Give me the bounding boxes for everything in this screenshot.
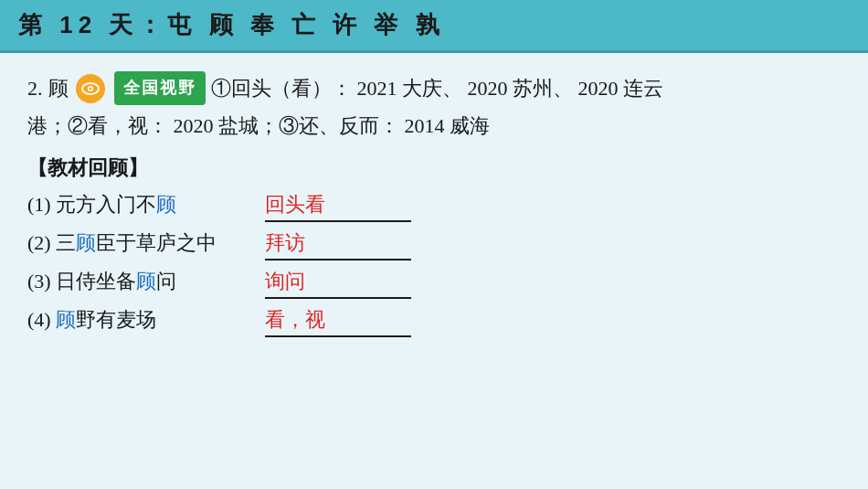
line1-cities: 2021 大庆、 2020 苏州、 2020 连云 — [357, 71, 664, 105]
ex1-prefix: 元方入门不 — [56, 193, 156, 216]
exercise-answer-1: 回头看 — [265, 191, 411, 222]
ex2-number: (2) — [27, 231, 56, 254]
exercise-question-3: (3) 日侍坐备顾问 — [27, 268, 265, 295]
ex1-number: (1) — [27, 193, 56, 216]
exercise-item-1: (1) 元方入门不顾 回头看 — [27, 191, 841, 222]
exercise-question-2: (2) 三顾臣于草庐之中 — [27, 229, 265, 257]
section-header: 【教材回顾】 — [27, 154, 841, 182]
question-char: 顾 — [48, 71, 69, 105]
exercise-item-3: (3) 日侍坐备顾问 询问 — [27, 268, 841, 299]
ex3-number: (3) — [27, 270, 56, 292]
exercise-answer-2: 拜访 — [265, 229, 411, 260]
question-line-1: 2. 顾 全国视野 ①回头（看）： 2021 大庆、 2020 苏州、 2020… — [27, 71, 841, 105]
ex4-number: (4) — [27, 308, 56, 331]
ex4-suffix: 野有麦场 — [76, 308, 156, 331]
ex2-char: 顾 — [76, 231, 96, 254]
exercise-item-2: (2) 三顾臣于草庐之中 拜访 — [27, 229, 841, 260]
eye-icon — [76, 74, 105, 103]
exercise-list: (1) 元方入门不顾 回头看 (2) 三顾臣于草庐之中 拜访 (3) 日侍坐备顾… — [27, 191, 841, 337]
question-number: 2. — [27, 71, 43, 105]
ex1-char: 顾 — [156, 193, 176, 216]
national-badge: 全国视野 — [114, 71, 206, 105]
svg-point-2 — [89, 87, 91, 90]
ex2-suffix: 臣于草庐之中 — [96, 231, 217, 254]
page-title: 第 12 天：屯 顾 奉 亡 许 举 孰 — [18, 9, 445, 41]
title-bar: 第 12 天：屯 顾 奉 亡 许 举 孰 — [0, 0, 868, 53]
ex3-prefix: 日侍坐备 — [56, 270, 136, 292]
content-area: 2. 顾 全国视野 ①回头（看）： 2021 大庆、 2020 苏州、 2020… — [0, 53, 868, 363]
ex4-char: 顾 — [56, 308, 76, 331]
line1-part1: ①回头（看）： — [211, 71, 352, 105]
exercise-answer-4: 看，视 — [265, 306, 411, 337]
page-container: 第 12 天：屯 顾 奉 亡 许 举 孰 2. 顾 全国视野 ①回头（看）： 2… — [0, 0, 868, 489]
ex3-suffix: 问 — [156, 270, 176, 292]
question-line-2: 港；②看，视： 2020 盐城；③还、反而： 2014 威海 — [27, 109, 841, 143]
ex3-char: 顾 — [136, 270, 156, 292]
exercise-item-4: (4) 顾野有麦场 看，视 — [27, 306, 841, 337]
exercise-answer-3: 询问 — [265, 268, 411, 299]
ex2-prefix: 三 — [56, 231, 76, 254]
exercise-question-4: (4) 顾野有麦场 — [27, 306, 265, 334]
exercise-question-1: (1) 元方入门不顾 — [27, 191, 265, 218]
